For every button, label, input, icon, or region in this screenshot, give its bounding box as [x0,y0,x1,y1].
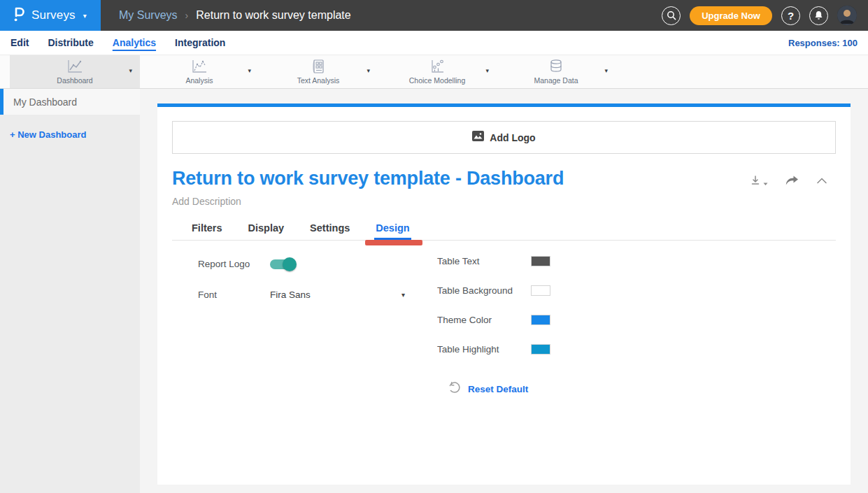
toolbar-dashboard-label: Dashboard [57,76,92,85]
theme-color-label: Theme Color [437,315,492,325]
font-select-value: Fira Sans [270,290,311,300]
table-highlight-swatch[interactable] [531,344,550,355]
breadcrumb-separator-icon: › [185,10,189,21]
download-icon [750,175,761,186]
toolbar-manage-data-label: Manage Data [534,76,578,85]
bell-icon [814,10,823,20]
font-row: Font Fira Sans ▾ [198,290,405,300]
search-icon [667,10,676,20]
table-background-label: Table Background [437,285,513,296]
add-logo-dropzone[interactable]: Add Logo [172,121,836,154]
database-icon [548,59,564,74]
table-text-label: Table Text [437,256,480,266]
document-grid-icon [311,59,326,74]
image-icon [472,131,484,144]
reset-icon [448,382,460,396]
sidebar-item-label: My Dashboard [13,97,77,108]
report-logo-label: Report Logo [198,259,270,269]
download-button[interactable] [750,175,768,186]
scatter-chart-icon [429,59,446,74]
chevron-down-icon [763,183,768,186]
top-header: Surveys ▾ My Surveys › Return to work su… [0,0,868,31]
color-settings-column: Table Text Table Background Theme Color … [437,256,550,373]
header-actions: Upgrade Now ? [662,0,868,31]
table-highlight-label: Table Highlight [437,344,499,355]
font-select[interactable]: Fira Sans ▾ [270,290,405,300]
user-avatar[interactable] [837,6,857,25]
product-name: Surveys [31,8,76,22]
reset-default-button[interactable]: Reset Default [448,382,528,396]
share-icon [785,176,799,186]
toolbar-choice-modelling-label: Choice Modelling [409,76,466,85]
design-panel: Report Logo Font Fira Sans ▾ Table Text [172,241,836,485]
collapse-button[interactable] [816,178,827,184]
chevron-down-icon[interactable]: ▾ [485,67,489,74]
breadcrumb-my-surveys[interactable]: My Surveys [119,9,178,22]
nav-analytics[interactable]: Analytics [113,37,156,48]
chevron-up-icon [816,178,827,184]
sidebar-item-my-dashboard[interactable]: My Dashboard [0,89,140,115]
toggle-knob [283,257,297,271]
table-text-row: Table Text [437,256,550,266]
nav-integration[interactable]: Integration [175,37,225,48]
nav-distribute[interactable]: Distribute [48,37,93,48]
theme-color-row: Theme Color [437,315,550,325]
toolbar-text-analysis-label: Text Analysis [297,76,340,85]
question-mark-icon: ? [788,10,794,22]
report-logo-row: Report Logo [198,259,295,269]
notifications-button[interactable] [809,6,828,25]
line-chart-icon [66,59,84,74]
add-description-field[interactable]: Add Description [172,196,836,207]
reset-default-label: Reset Default [468,384,528,394]
page-body: My Dashboard + New Dashboard Add Logo Re… [0,89,868,493]
questionpro-p-icon [12,6,25,25]
toolbar-analysis[interactable]: Analysis ▾ [140,55,259,88]
table-background-swatch[interactable] [531,285,550,296]
toolbar-choice-modelling[interactable]: Choice Modelling ▾ [378,55,497,88]
title-row: Return to work survey template - Dashboa… [172,168,836,190]
dashboard-sidebar: My Dashboard + New Dashboard [0,89,140,493]
add-logo-label: Add Logo [490,132,535,143]
tab-settings[interactable]: Settings [308,222,351,240]
table-highlight-row: Table Highlight [437,344,550,355]
help-button[interactable]: ? [781,6,800,25]
breadcrumb: My Surveys › Return to work survey templ… [101,0,662,31]
toolbar-dashboard[interactable]: Dashboard ▾ [10,55,140,88]
survey-nav: Edit Distribute Analytics Integration Re… [0,31,868,55]
share-button[interactable] [785,176,799,186]
report-logo-toggle[interactable] [270,259,295,269]
toolbar-manage-data[interactable]: Manage Data ▾ [497,55,616,88]
table-background-row: Table Background [437,285,550,296]
chevron-down-icon[interactable]: ▾ [367,67,370,74]
font-label: Font [198,290,270,300]
settings-tabs: Filters Display Settings Design [172,222,836,241]
tab-design[interactable]: Design [374,222,411,240]
theme-color-swatch[interactable] [531,315,550,325]
content-area: Add Logo Return to work survey template … [140,89,868,493]
responses-count[interactable]: Responses: 100 [788,38,858,48]
chevron-down-icon[interactable]: ▾ [248,67,251,74]
breadcrumb-current-survey: Return to work survey template [196,9,350,22]
page-title: Return to work survey template - Dashboa… [172,168,750,190]
dashboard-card: Add Logo Return to work survey template … [157,103,851,485]
chevron-down-icon: ▾ [83,12,87,20]
toolbar-text-analysis[interactable]: Text Analysis ▾ [259,55,378,88]
chevron-down-icon: ▾ [401,291,405,299]
analysis-chart-icon [190,59,208,74]
nav-edit[interactable]: Edit [10,37,29,48]
search-button[interactable] [662,6,681,25]
analytics-toolbar: Dashboard ▾ Analysis ▾ Text Analysis ▾ C… [0,55,868,89]
tab-display[interactable]: Display [247,222,286,240]
chevron-down-icon[interactable]: ▾ [604,67,608,74]
toolbar-analysis-label: Analysis [185,76,213,85]
product-switcher[interactable]: Surveys ▾ [0,0,101,31]
title-actions [750,175,827,186]
chevron-down-icon[interactable]: ▾ [129,67,132,74]
table-text-swatch[interactable] [531,256,550,266]
tab-design-label: Design [376,222,409,234]
tab-filters[interactable]: Filters [190,222,224,240]
upgrade-now-button[interactable]: Upgrade Now [690,6,772,25]
new-dashboard-button[interactable]: + New Dashboard [10,129,140,140]
